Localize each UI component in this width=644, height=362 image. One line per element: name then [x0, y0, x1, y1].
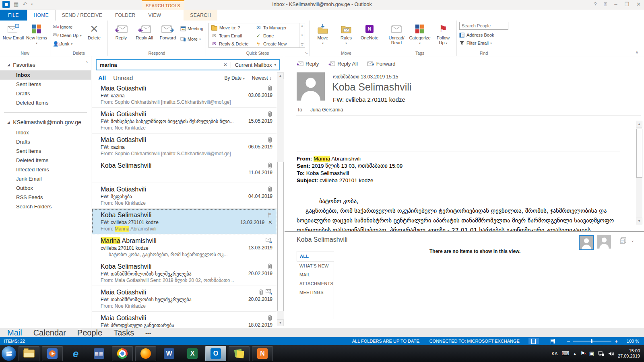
filter-email-button[interactable]: Filter Email▾ — [459, 39, 508, 47]
rules-button[interactable]: Rules▾ — [335, 22, 357, 49]
ignore-button[interactable]: ✉✗ Ignore — [53, 23, 82, 31]
new-email-button[interactable]: New Email — [2, 22, 24, 49]
message-row[interactable]: Maia GotiashviliFW: პროფესიული განვითარე… — [92, 312, 277, 328]
scroll-up-icon[interactable]: ▲ — [277, 72, 284, 79]
zoom-level[interactable]: 100 % — [627, 339, 639, 343]
nav-more-button[interactable]: ••• — [145, 329, 151, 337]
tab-send-receive[interactable]: SEND / RECEIVE — [56, 10, 109, 21]
onenote-button[interactable]: N OneNote — [359, 22, 380, 49]
nav-item-mail[interactable]: Mail — [7, 329, 22, 337]
junk-button[interactable]: 👤⃠ Junk▾ — [53, 40, 82, 47]
connection-status[interactable]: CONNECTED TO: MICROSOFT EXCHANGE — [429, 339, 520, 343]
new-items-button[interactable]: New Items ▾ — [26, 22, 47, 49]
nav-item-tasks[interactable]: Tasks — [114, 329, 134, 337]
language-indicator[interactable]: KA — [552, 351, 558, 356]
sort-order-newest[interactable]: Newest ↓ — [252, 75, 272, 81]
reply-all-button[interactable]: Reply All — [134, 22, 155, 49]
volume-icon[interactable] — [608, 351, 614, 356]
message-row[interactable]: Marina Abramishvilicvlileba 270101 kodze… — [92, 234, 277, 260]
customize-qat-icon[interactable]: ▾ — [31, 1, 33, 8]
network-icon[interactable] — [598, 351, 604, 356]
taskbar-word-button[interactable]: W — [159, 346, 180, 361]
tab-folder[interactable]: FOLDER — [109, 10, 142, 21]
keyboard-icon[interactable]: ⌨ — [561, 351, 569, 356]
people-tab-mail[interactable]: MAIL — [297, 270, 334, 279]
message-sender-name[interactable]: Koba Selimashvili — [332, 81, 411, 93]
quick-step-create-new[interactable]: ϟ Create New — [254, 40, 298, 48]
quick-step-done[interactable]: ✓ Done — [254, 32, 298, 40]
forward-link[interactable]: Forward — [367, 61, 396, 67]
forward-button[interactable]: Forward — [157, 22, 179, 49]
folder-item-inbox[interactable]: Inbox — [0, 128, 91, 137]
quick-steps-scroll-up-icon[interactable]: ▲ — [301, 24, 303, 27]
message-row[interactable]: Maia GotiashviliFW: xazinaFrom: Sophio C… — [92, 134, 277, 159]
folder-item-outbox[interactable]: Outbox — [0, 183, 91, 193]
close-button[interactable]: ✕ — [636, 1, 641, 8]
start-button[interactable] — [2, 346, 16, 361]
help-button[interactable]: ? — [594, 1, 597, 8]
reading-view-button[interactable] — [548, 338, 558, 344]
quick-step-team-email[interactable]: ✉ Team Email — [210, 32, 254, 40]
message-list-scrollbar[interactable]: ▲ ▼ — [277, 72, 284, 326]
safely-remove-hardware-icon[interactable]: ▣ — [589, 351, 594, 356]
quick-steps-more-icon[interactable]: ▼ — [301, 43, 303, 47]
quick-step-move-to[interactable]: Move to: ? — [210, 24, 254, 32]
folder-item-sent-items[interactable]: Sent Items — [0, 146, 91, 156]
message-row[interactable]: Maia GotiashviliFW: xazinaFrom: Sophio C… — [92, 82, 277, 108]
delete-message-icon[interactable]: ✕ — [268, 219, 272, 225]
message-row[interactable]: Maia GotiashviliFW: თანამშრომლობის ხელშე… — [92, 286, 277, 312]
action-center-icon[interactable]: ⚑ — [580, 351, 585, 356]
people-tab-what-s-new[interactable]: WHAT'S NEW — [297, 261, 334, 270]
nav-item-calendar[interactable]: Calendar — [33, 329, 66, 337]
people-pane-contact-name[interactable]: Koba Selimashvili — [297, 236, 347, 243]
message-body[interactable]: From: Marina AbramishviliSent: 2019 წლის… — [297, 116, 620, 231]
taskbar-firefox-button[interactable] — [135, 346, 156, 361]
reading-pane-scrollbar[interactable]: ▲ ▼ — [636, 121, 642, 224]
clean-up-button[interactable]: ✉✗ Clean Up▾ — [53, 32, 82, 39]
message-row[interactable]: Koba Selimashvili11.04.2019 — [92, 159, 277, 183]
scrollbar-thumb[interactable] — [277, 162, 284, 311]
filter-all[interactable]: All — [98, 74, 106, 81]
search-bar[interactable]: marina ✕ Current Mailbox ▾ — [96, 59, 280, 70]
taskbar-outlook-button[interactable]: O — [205, 346, 226, 361]
folder-item-deleted-items[interactable]: Deleted Items — [0, 156, 91, 165]
ribbon-display-options-button[interactable]: ⍐ — [604, 1, 607, 8]
taskbar-stats-button[interactable]: ▦▦ — [89, 346, 109, 361]
favorites-item-sent-items[interactable]: Sent Items — [0, 80, 91, 89]
folder-item-junk-email[interactable]: Junk Email — [0, 174, 91, 183]
message-row[interactable]: Koba SelimashviliFW: cvlileba 270101 kod… — [92, 209, 277, 234]
zoom-in-icon[interactable]: + — [615, 339, 618, 344]
taskbar-explorer-button[interactable] — [19, 346, 39, 361]
normal-view-button[interactable] — [528, 338, 539, 344]
contact-avatar[interactable] — [579, 235, 594, 250]
reply-all-link[interactable]: Reply All — [328, 61, 358, 67]
taskbar-excel-button[interactable]: X — [182, 346, 203, 361]
people-tab-meetings[interactable]: MEETINGS — [297, 288, 334, 297]
more-respond-button[interactable]: More▾ — [180, 35, 203, 43]
scrollbar-thumb[interactable] — [636, 129, 642, 178]
nav-item-people[interactable]: People — [77, 329, 102, 337]
quick-step-reply-delete[interactable]: ✉ Reply & Delete — [210, 40, 254, 48]
reply-button[interactable]: Reply — [110, 22, 132, 49]
move-button[interactable]: Move▾ — [312, 22, 334, 49]
sort-by-date[interactable]: By Date ▾ — [225, 75, 245, 81]
search-input[interactable]: marina — [97, 62, 220, 68]
address-book-button[interactable]: Address Book — [459, 31, 508, 39]
zoom-slider[interactable]: – + — [567, 339, 618, 344]
tab-home[interactable]: HOME — [27, 10, 56, 21]
quick-steps-dialog-launcher-icon[interactable]: ↘ — [305, 51, 308, 55]
tab-search[interactable]: SEARCH — [184, 10, 217, 21]
taskbar-notes-button[interactable] — [229, 346, 250, 361]
folder-item-drafts[interactable]: Drafts — [0, 137, 91, 146]
meeting-button[interactable]: Meeting — [180, 25, 203, 32]
search-scope[interactable]: Current Mailbox — [231, 62, 275, 68]
search-scope-dropdown-icon[interactable]: ▾ — [274, 63, 279, 67]
delete-button[interactable]: ✕ Delete — [83, 22, 105, 49]
people-tab-all[interactable]: ALL — [297, 251, 334, 261]
outlook-logo-icon[interactable] — [2, 1, 10, 8]
favorites-header[interactable]: ◢ Favorites — [0, 56, 91, 70]
reply-link[interactable]: Reply — [297, 61, 319, 67]
favorites-item-drafts[interactable]: Drafts — [0, 89, 91, 98]
show-hidden-icons[interactable]: ▲ — [573, 352, 576, 356]
quick-steps-scroll-down-icon[interactable]: ▼ — [301, 34, 303, 37]
